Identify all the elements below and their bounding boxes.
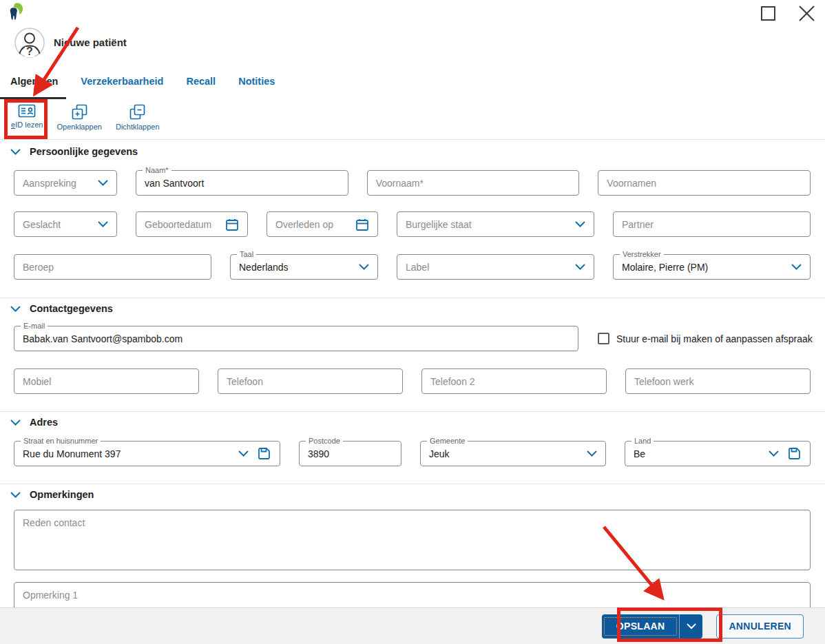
collapse-icon [129, 104, 145, 120]
aanspreking-input[interactable] [14, 178, 98, 189]
straat-label: Straat en huisnummer [21, 436, 101, 446]
email-field[interactable]: E-mail [14, 326, 578, 351]
adres-row: Straat en huisnummer Postcode Gemeente L… [14, 441, 811, 466]
footer-bar: OPSLAAN ANNULEREN [0, 607, 825, 644]
naam-field[interactable]: Naam* [136, 170, 348, 196]
telefoonwerk-field[interactable] [625, 368, 811, 394]
naam-input[interactable] [136, 178, 348, 189]
calendar-icon[interactable] [225, 218, 239, 231]
postcode-field[interactable]: Postcode [299, 441, 401, 466]
active-tab-underline [0, 97, 66, 99]
tab-bar: Algemeen Verzekerbaarheid Recall Notitie… [10, 76, 275, 95]
chevron-down-icon[interactable] [10, 149, 21, 155]
calendar-icon[interactable] [355, 218, 369, 231]
straat-input[interactable] [14, 448, 238, 459]
chevron-down-icon[interactable] [98, 221, 108, 227]
voornaam-input[interactable] [368, 178, 579, 189]
telefoon-input[interactable] [218, 376, 402, 387]
reden-contact-textarea[interactable] [14, 510, 811, 570]
chevron-down-icon[interactable] [791, 264, 802, 270]
eid-read-button[interactable]: eID lezen [7, 103, 47, 130]
eid-read-label: eID lezen [11, 121, 43, 129]
gemeente-select[interactable]: Gemeente [420, 441, 606, 466]
patient-avatar: ? [14, 28, 45, 58]
chevron-down-icon [687, 623, 696, 630]
telefoon2-input[interactable] [422, 376, 606, 387]
reden-contact-wrap [14, 510, 811, 570]
straat-select[interactable]: Straat en huisnummer [14, 441, 280, 466]
partner-field[interactable] [613, 211, 811, 237]
mobiel-field[interactable] [14, 368, 199, 394]
chevron-down-icon[interactable] [587, 450, 597, 457]
burgelijke-staat-input[interactable] [397, 219, 575, 230]
voornaam-field[interactable] [367, 170, 580, 196]
collapse-all-label: Dichtklappen [116, 123, 160, 131]
postcode-input[interactable] [300, 448, 401, 459]
divider [0, 484, 825, 484]
taal-select[interactable]: Taal [230, 254, 378, 280]
maximize-button[interactable] [756, 3, 780, 23]
window-controls [756, 3, 818, 23]
overleden-op-input[interactable] [267, 219, 355, 230]
chevron-down-icon[interactable] [10, 492, 21, 498]
personal-row-1: Naam* [14, 170, 811, 196]
voornamen-input[interactable] [598, 178, 810, 189]
section-adres-header: Adres [10, 417, 58, 428]
chevron-down-icon[interactable] [359, 264, 369, 270]
cancel-button[interactable]: ANNULEREN [716, 614, 804, 638]
personal-row-3: Taal Verstrekker [14, 254, 811, 280]
overleden-op-field[interactable] [267, 211, 378, 237]
save-icon[interactable] [257, 446, 271, 461]
verstrekker-input[interactable] [614, 262, 791, 273]
land-input[interactable] [625, 448, 769, 459]
save-icon[interactable] [787, 446, 802, 461]
chevron-down-icon[interactable] [98, 180, 108, 186]
land-select[interactable]: Land [625, 441, 811, 466]
close-button[interactable] [795, 3, 818, 23]
chevron-down-icon[interactable] [238, 450, 249, 457]
chevron-down-icon[interactable] [10, 419, 21, 426]
collapse-all-button[interactable]: Dichtklappen [112, 103, 164, 132]
tab-recall[interactable]: Recall [186, 76, 216, 95]
taal-input[interactable] [231, 262, 359, 273]
geslacht-select[interactable] [14, 211, 117, 237]
aanspreking-select[interactable] [14, 170, 117, 196]
section-contact-header: Contactgegevens [10, 303, 113, 314]
telefoon2-field[interactable] [421, 368, 607, 394]
cancel-button-label: ANNULEREN [729, 621, 791, 632]
save-split-button: OPSLAAN [602, 614, 703, 638]
telefoon-field[interactable] [218, 368, 403, 394]
geslacht-input[interactable] [14, 219, 98, 230]
burgelijke-staat-select[interactable] [397, 211, 594, 237]
save-options-button[interactable] [679, 614, 702, 638]
gemeente-input[interactable] [421, 448, 587, 459]
partner-input[interactable] [614, 219, 810, 230]
tab-verzekerbaarheid[interactable]: Verzekerbaarheid [81, 76, 163, 95]
section-contact-title: Contactgegevens [30, 303, 113, 314]
beroep-input[interactable] [14, 262, 211, 273]
chevron-down-icon[interactable] [575, 221, 585, 227]
label-input[interactable] [397, 262, 575, 273]
section-personal-title: Persoonlijke gegevens [30, 146, 138, 157]
mobiel-input[interactable] [14, 376, 198, 387]
divider [0, 411, 825, 412]
email-appointment-checkbox[interactable] [598, 333, 609, 344]
chevron-down-icon[interactable] [769, 450, 779, 457]
voornamen-field[interactable] [598, 170, 811, 196]
tab-notities[interactable]: Notities [238, 76, 275, 95]
expand-all-button[interactable]: Openklappen [52, 103, 105, 132]
geboortedatum-input[interactable] [136, 219, 225, 230]
verstrekker-select[interactable]: Verstrekker [613, 254, 811, 280]
tab-algemeen[interactable]: Algemeen [10, 76, 58, 95]
chevron-down-icon[interactable] [10, 306, 21, 312]
label-select[interactable] [397, 254, 594, 280]
naam-label: Naam* [143, 165, 171, 175]
beroep-field[interactable] [14, 254, 211, 280]
telefoonwerk-input[interactable] [626, 376, 810, 387]
gemeente-label: Gemeente [427, 436, 468, 446]
section-adres-title: Adres [30, 417, 58, 428]
chevron-down-icon[interactable] [575, 264, 585, 270]
geboortedatum-field[interactable] [136, 211, 248, 237]
email-input[interactable] [14, 333, 578, 344]
save-button[interactable]: OPSLAAN [602, 614, 680, 638]
